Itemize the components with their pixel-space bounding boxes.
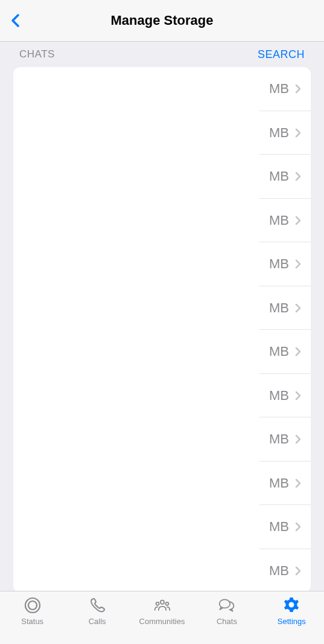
chevron-right-icon <box>295 478 301 488</box>
chat-row[interactable]: MB <box>13 67 311 111</box>
chevron-left-icon <box>10 13 20 28</box>
svg-point-0 <box>25 598 40 613</box>
tab-label: Communities <box>139 617 185 626</box>
svg-point-4 <box>165 602 168 605</box>
page-title: Manage Storage <box>111 13 214 28</box>
row-size-label: MB <box>269 475 289 491</box>
chevron-right-icon <box>295 128 301 138</box>
tab-settings[interactable]: Settings <box>259 596 324 626</box>
row-size-label: MB <box>269 519 289 535</box>
chat-row[interactable]: MB <box>13 155 311 199</box>
svg-point-3 <box>156 602 159 605</box>
tab-label: Calls <box>89 617 106 626</box>
row-size-label: MB <box>269 256 289 272</box>
tab-chats[interactable]: Chats <box>194 596 259 626</box>
chevron-right-icon <box>295 566 301 576</box>
section-header: CHATS SEARCH <box>0 42 324 67</box>
chats-list: MB MB MB MB MB MB MB MB MB MB MB MB <box>13 67 311 593</box>
chevron-right-icon <box>295 347 301 356</box>
chat-row[interactable]: MB <box>13 462 311 506</box>
chevron-right-icon <box>295 303 301 313</box>
svg-point-1 <box>28 601 37 610</box>
communities-icon <box>153 596 171 614</box>
row-size-label: MB <box>269 344 289 359</box>
calls-icon <box>88 596 106 614</box>
row-size-label: MB <box>269 125 289 141</box>
tab-communities[interactable]: Communities <box>130 596 194 626</box>
row-size-label: MB <box>269 213 289 228</box>
search-link[interactable]: SEARCH <box>258 48 305 61</box>
tab-label: Chats <box>217 617 237 626</box>
svg-point-5 <box>220 599 230 608</box>
row-size-label: MB <box>269 169 289 184</box>
settings-icon <box>282 596 300 614</box>
chevron-right-icon <box>295 84 301 94</box>
row-size-label: MB <box>269 300 289 316</box>
tab-status[interactable]: Status <box>0 596 65 626</box>
chevron-right-icon <box>295 434 301 444</box>
chat-row[interactable]: MB <box>13 549 311 593</box>
chat-row[interactable]: MB <box>13 242 311 286</box>
chevron-right-icon <box>295 172 301 181</box>
chat-row[interactable]: MB <box>13 330 311 374</box>
row-size-label: MB <box>269 431 289 447</box>
status-icon <box>24 596 42 614</box>
chats-icon <box>218 596 236 614</box>
chat-row[interactable]: MB <box>13 505 311 549</box>
chevron-right-icon <box>295 216 301 225</box>
chevron-right-icon <box>295 391 301 401</box>
row-size-label: MB <box>269 563 289 579</box>
tab-bar: Status Calls Communities <box>0 591 324 644</box>
chevron-right-icon <box>295 522 301 532</box>
header-bar: Manage Storage <box>0 0 324 42</box>
chat-row[interactable]: MB <box>13 374 311 418</box>
back-button[interactable] <box>6 11 24 30</box>
tab-label: Settings <box>278 617 306 626</box>
chat-row[interactable]: MB <box>13 417 311 462</box>
svg-point-2 <box>160 601 164 604</box>
tab-label: Status <box>21 617 43 626</box>
section-label: CHATS <box>19 48 55 60</box>
row-size-label: MB <box>269 388 289 404</box>
chat-row[interactable]: MB <box>13 111 311 155</box>
chat-row[interactable]: MB <box>13 199 311 243</box>
row-size-label: MB <box>269 81 289 97</box>
chevron-right-icon <box>295 259 301 269</box>
tab-calls[interactable]: Calls <box>65 596 129 626</box>
chat-row[interactable]: MB <box>13 286 311 330</box>
